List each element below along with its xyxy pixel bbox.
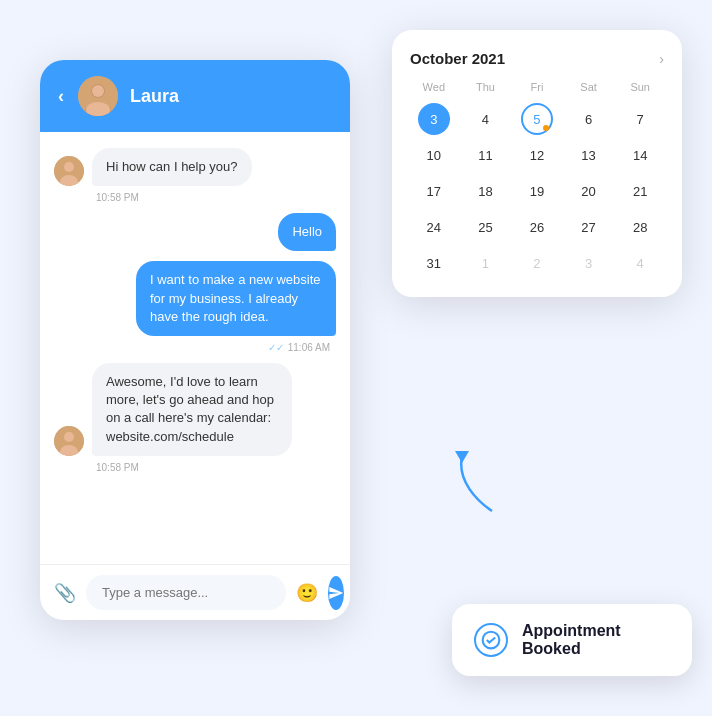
day-label-fri: Fri	[513, 81, 561, 99]
calendar-day-19[interactable]: 19	[521, 175, 553, 207]
calendar-day-nov3[interactable]: 3	[573, 247, 605, 279]
calendar-day-27[interactable]: 27	[573, 211, 605, 243]
message-timestamp: 10:58 PM	[54, 192, 336, 203]
calendar-month: October 2021	[410, 50, 505, 67]
day-label-sun: Sun	[616, 81, 664, 99]
calendar-header: October 2021 ›	[410, 50, 664, 67]
scene: ‹ Laura	[0, 0, 712, 716]
chat-body: Hi how can I help you? 10:58 PM Hello I …	[40, 132, 350, 564]
avatar	[78, 76, 118, 116]
message-row: Hello	[54, 213, 336, 251]
appointment-booked-card: Appointment Booked	[452, 604, 692, 676]
message-timestamp: 10:58 PM	[54, 462, 336, 473]
calendar-day-14[interactable]: 14	[624, 139, 656, 171]
attachment-icon[interactable]: 📎	[54, 582, 76, 604]
calendar-day-17[interactable]: 17	[418, 175, 450, 207]
avatar	[54, 426, 84, 456]
calendar-day-nov4[interactable]: 4	[624, 247, 656, 279]
message-bubble: Awesome, I'd love to learn more, let's g…	[92, 363, 292, 456]
calendar-day-28[interactable]: 28	[624, 211, 656, 243]
arrow-decoration	[437, 441, 517, 521]
message-row: I want to make a new website for my busi…	[54, 261, 336, 336]
calendar-day-26[interactable]: 26	[521, 211, 553, 243]
calendar-day-11[interactable]: 11	[469, 139, 501, 171]
emoji-icon[interactable]: 🙂	[296, 582, 318, 604]
svg-point-9	[64, 432, 74, 442]
avatar	[54, 156, 84, 186]
message-row: Hi how can I help you?	[54, 148, 336, 186]
message-timestamp: ✓✓11:06 AM	[54, 342, 336, 353]
calendar-day-25[interactable]: 25	[469, 211, 501, 243]
appointment-label: Appointment Booked	[522, 622, 670, 658]
svg-point-3	[92, 85, 104, 97]
back-button[interactable]: ‹	[58, 86, 64, 107]
calendar-day-7[interactable]: 7	[624, 103, 656, 135]
calendar-day-nov1[interactable]: 1	[469, 247, 501, 279]
calendar-card: October 2021 › Wed Thu Fri Sat Sun 3 4 5…	[392, 30, 682, 297]
contact-name: Laura	[130, 86, 179, 107]
svg-marker-11	[455, 451, 469, 463]
calendar-grid: Wed Thu Fri Sat Sun 3 4 5 6 7 10 11 12 1…	[410, 81, 664, 279]
calendar-day-10[interactable]: 10	[418, 139, 450, 171]
svg-point-6	[64, 162, 74, 172]
calendar-day-6[interactable]: 6	[573, 103, 605, 135]
calendar-day-3[interactable]: 3	[418, 103, 450, 135]
calendar-day-13[interactable]: 13	[573, 139, 605, 171]
calendar-day-4[interactable]: 4	[469, 103, 501, 135]
read-ticks: ✓✓	[268, 342, 284, 353]
message-row: Awesome, I'd love to learn more, let's g…	[54, 363, 336, 456]
calendar-day-nov2[interactable]: 2	[521, 247, 553, 279]
calendar-next-button[interactable]: ›	[659, 51, 664, 67]
calendar-day-20[interactable]: 20	[573, 175, 605, 207]
chat-footer: 📎 🙂	[40, 564, 350, 620]
calendar-day-18[interactable]: 18	[469, 175, 501, 207]
calendar-day-5[interactable]: 5	[521, 103, 553, 135]
chat-header: ‹ Laura	[40, 60, 350, 132]
send-button[interactable]	[328, 576, 344, 610]
day-label-sat: Sat	[565, 81, 613, 99]
message-input[interactable]	[86, 575, 286, 610]
message-bubble: Hello	[278, 213, 336, 251]
message-bubble: Hi how can I help you?	[92, 148, 252, 186]
day-label-wed: Wed	[410, 81, 458, 99]
calendar-day-12[interactable]: 12	[521, 139, 553, 171]
message-bubble: I want to make a new website for my busi…	[136, 261, 336, 336]
check-icon	[474, 623, 508, 657]
chat-card: ‹ Laura	[40, 60, 350, 620]
calendar-day-24[interactable]: 24	[418, 211, 450, 243]
calendar-day-31[interactable]: 31	[418, 247, 450, 279]
day-label-thu: Thu	[462, 81, 510, 99]
calendar-day-21[interactable]: 21	[624, 175, 656, 207]
